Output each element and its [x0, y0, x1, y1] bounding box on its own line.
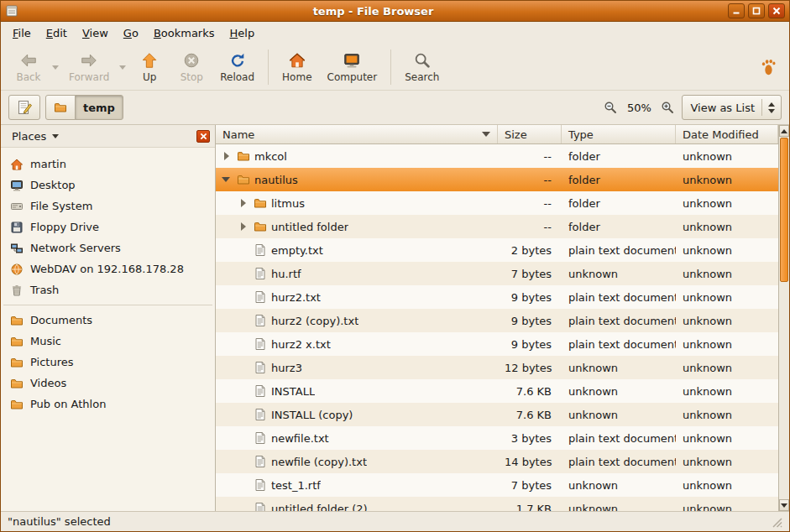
file-row-untitled-folder-2[interactable]: untitled folder (2)1.7 KBunknownunknown — [216, 497, 778, 511]
vertical-scrollbar[interactable] — [778, 125, 789, 511]
edit-location-button[interactable] — [8, 95, 40, 120]
reload-icon — [228, 51, 247, 70]
file-size: -- — [498, 197, 562, 210]
file-row-install[interactable]: INSTALL7.6 KBunknownunknown — [216, 379, 778, 403]
toolbar-reload-button[interactable]: Reload — [212, 49, 262, 86]
sidebar-item-file-system[interactable]: File System — [1, 196, 215, 216]
file-row-test-1-rtf[interactable]: test_1.rtf7 bytesunknownunknown — [216, 473, 778, 497]
menu-bookmarks[interactable]: Bookmarks — [146, 23, 222, 43]
folder-icon — [254, 196, 267, 210]
sidebar-item-documents[interactable]: Documents — [1, 310, 215, 331]
sidebar-item-label: Music — [30, 335, 61, 347]
toolbar-forward-button[interactable]: Forward — [61, 49, 117, 86]
file-row-untitled-folder[interactable]: untitled folder--folderunknown — [216, 215, 778, 238]
folder-icon — [10, 377, 24, 390]
file-row-install-copy[interactable]: INSTALL (copy)7.6 KBunknownunknown — [216, 403, 778, 426]
expander-collapsed-icon[interactable] — [238, 221, 249, 232]
file-row-litmus[interactable]: litmus--folderunknown — [216, 191, 778, 215]
toolbar-separator — [390, 50, 391, 85]
toolbar-forward-dropdown[interactable] — [117, 50, 128, 85]
scrollbar-thumb[interactable] — [780, 138, 788, 282]
file-row-hu-rtf[interactable]: hu.rtf7 bytesunknownunknown — [216, 262, 778, 285]
column-header-label: Date Modified — [683, 128, 759, 141]
file-row-newfile-txt[interactable]: newfile.txt3 bytesplain text documentunk… — [216, 426, 778, 450]
menu-bar: FileEditViewGoBookmarksHelp — [1, 22, 789, 44]
file-name-cell: hurz2.txt — [216, 290, 498, 304]
text-file-icon — [254, 431, 267, 445]
toolbar-back-button[interactable]: Back — [8, 49, 50, 86]
file-size: 7.6 KB — [498, 385, 562, 398]
expander-spacer — [238, 362, 249, 373]
view-mode-combo[interactable]: View as List — [682, 95, 782, 120]
toolbar-up-button[interactable]: Up — [128, 49, 170, 86]
file-row-mkcol[interactable]: mkcol--folderunknown — [216, 144, 778, 168]
file-row-hurz2-txt[interactable]: hurz2.txt9 bytesplain text documentunkno… — [216, 285, 778, 309]
file-row-hurz2-copy-txt[interactable]: hurz2 (copy).txt9 bytesplain text docume… — [216, 309, 778, 332]
file-row-newfile-copy-txt[interactable]: newfile (copy).txt14 bytesplain text doc… — [216, 450, 778, 473]
column-header-size[interactable]: Size — [498, 125, 562, 143]
sidebar-items: martinDesktopFile SystemFloppy DriveNetw… — [1, 148, 215, 415]
zoom-in-button[interactable] — [658, 97, 677, 117]
file-name: litmus — [271, 197, 305, 210]
sidebar-item-pub-on-athlon[interactable]: Pub on Athlon — [1, 394, 215, 415]
file-size: -- — [498, 150, 562, 163]
menu-file[interactable]: File — [5, 23, 39, 43]
file-row-empty-txt[interactable]: empty.txt2 bytesplain text documentunkno… — [216, 238, 778, 262]
places-selector[interactable]: Places — [6, 128, 65, 145]
path-button-temp[interactable]: temp — [75, 95, 123, 120]
file-row-hurz2-x-txt[interactable]: hurz2 x.txt9 bytesplain text documentunk… — [216, 332, 778, 356]
file-size: 7.6 KB — [498, 409, 562, 421]
column-header-type[interactable]: Type — [562, 125, 676, 143]
scroll-up-button[interactable] — [779, 125, 789, 137]
menu-help[interactable]: Help — [222, 23, 263, 43]
sidebar-item-webdav-on-192-168-178-28[interactable]: WebDAV on 192.168.178.28 — [1, 258, 215, 279]
sidebar-item-music[interactable]: Music — [1, 331, 215, 352]
sidebar-item-trash[interactable]: Trash — [1, 279, 215, 300]
sidebar-close-button[interactable] — [196, 130, 210, 143]
menu-go[interactable]: Go — [116, 23, 146, 43]
close-icon — [772, 7, 781, 15]
maximize-button[interactable] — [748, 3, 765, 18]
column-header-date-modified[interactable]: Date Modified — [676, 125, 778, 143]
close-button[interactable] — [768, 3, 785, 18]
expander-collapsed-icon[interactable] — [221, 150, 233, 162]
title-bar[interactable]: temp - File Browser — [1, 1, 789, 22]
path-button-root[interactable] — [45, 95, 76, 120]
file-type: unknown — [562, 268, 676, 280]
sidebar-item-label: File System — [30, 200, 92, 212]
sidebar-item-pictures[interactable]: Pictures — [1, 352, 215, 373]
sidebar-item-desktop[interactable]: Desktop — [1, 175, 215, 196]
sidebar-item-martin[interactable]: martin — [1, 154, 215, 175]
minimize-button[interactable] — [728, 3, 745, 18]
zoom-out-button[interactable] — [601, 97, 620, 117]
file-type: plain text document — [562, 338, 676, 351]
scroll-down-button[interactable] — [779, 499, 789, 511]
toolbar-home-button[interactable]: Home — [275, 49, 319, 86]
scrollbar-track[interactable] — [779, 137, 789, 499]
computer-icon — [343, 51, 361, 70]
toolbar-computer-button[interactable]: Computer — [320, 49, 385, 86]
file-row-hurz3[interactable]: hurz312 bytesunknownunknown — [216, 356, 778, 379]
file-size: 2 bytes — [498, 244, 562, 257]
column-header-name[interactable]: Name — [216, 125, 498, 143]
file-size: 9 bytes — [498, 291, 562, 304]
resize-grip[interactable] — [770, 515, 782, 528]
sidebar-item-label: martin — [30, 158, 66, 170]
expander-collapsed-icon[interactable] — [238, 197, 249, 209]
toolbar-stop-button[interactable]: Stop — [170, 49, 212, 86]
sidebar-item-floppy-drive[interactable]: Floppy Drive — [1, 216, 215, 237]
menu-edit[interactable]: Edit — [39, 23, 75, 43]
sidebar-item-videos[interactable]: Videos — [1, 373, 215, 394]
sidebar-item-network-servers[interactable]: Network Servers — [1, 237, 215, 258]
file-row-nautilus[interactable]: nautilus--folderunknown — [216, 168, 778, 191]
menu-view[interactable]: View — [75, 23, 116, 43]
content-area: Places martinDesktopFile SystemFloppy Dr… — [1, 124, 789, 511]
file-name-cell: hurz2 x.txt — [216, 337, 498, 351]
toolbar-search-button[interactable]: Search — [397, 49, 447, 86]
expander-expanded-icon[interactable] — [221, 174, 233, 185]
expander-spacer — [238, 338, 249, 350]
sidebar-separator — [3, 305, 212, 305]
expander-spacer — [238, 409, 249, 420]
file-name: empty.txt — [271, 244, 323, 257]
toolbar-back-dropdown[interactable] — [50, 50, 61, 85]
